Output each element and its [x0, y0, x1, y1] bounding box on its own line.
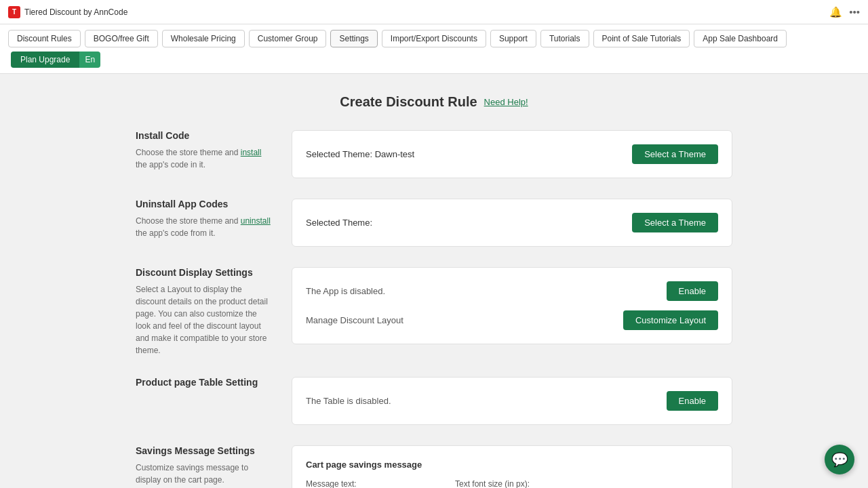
- nav-wholesale-pricing[interactable]: Wholesale Pricing: [162, 30, 245, 47]
- uninstall-link[interactable]: uninstall: [241, 216, 271, 226]
- uninstall-theme-row: Selected Theme: Select a Theme: [306, 213, 718, 232]
- install-select-theme-button[interactable]: Select a Theme: [632, 144, 718, 164]
- app-title: Tiered Discount by AnnCode: [24, 7, 127, 17]
- savings-message-left: Savings Message Settings Customize savin…: [136, 445, 271, 486]
- main-content: Create Discount Rule Need Help! Install …: [122, 74, 746, 488]
- uninstall-code-left: Uninstall App Codes Choose the store the…: [136, 199, 271, 239]
- nav-bogo-gift[interactable]: BOGO/free Gift: [85, 30, 158, 47]
- enable-table-button[interactable]: Enable: [667, 391, 718, 411]
- uninstall-theme-label: Selected Theme:: [306, 218, 372, 228]
- install-theme-label: Selected Theme: Dawn-test: [306, 149, 414, 159]
- page-title: Create Discount Rule: [340, 94, 477, 110]
- plan-upgrade-button[interactable]: Plan Upgrade: [11, 52, 79, 68]
- install-code-left: Install Code Choose the store theme and …: [136, 130, 271, 171]
- product-page-table-left: Product page Table Setting: [136, 377, 271, 393]
- uninstall-code-desc: Choose the store theme and uninstall the…: [136, 215, 271, 239]
- page-header: Create Discount Rule Need Help!: [136, 94, 732, 110]
- savings-message-panel: Cart page savings message Message text: …: [292, 445, 732, 488]
- top-bar: T Tiered Discount by AnnCode 🔔 •••: [0, 0, 868, 24]
- table-disabled-text: The Table is disabled.: [306, 396, 391, 406]
- install-link[interactable]: install: [241, 148, 262, 157]
- uninstall-code-section: Uninstall App Codes Choose the store the…: [136, 199, 732, 247]
- nav-app-sale-dashboard[interactable]: App Sale Dashboard: [694, 30, 787, 47]
- discount-display-left: Discount Display Settings Select a Layou…: [136, 267, 271, 357]
- nav-bar: Discount Rules BOGO/free Gift Wholesale …: [0, 24, 868, 74]
- customize-layout-button[interactable]: Customize Layout: [623, 310, 718, 330]
- discount-display-desc: Select a Layout to display the discount …: [136, 283, 271, 357]
- uninstall-selected-theme-prefix: Selected Theme:: [306, 218, 372, 228]
- nav-settings[interactable]: Settings: [330, 30, 377, 47]
- discount-display-section: Discount Display Settings Select a Layou…: [136, 267, 732, 357]
- app-title-bar: T Tiered Discount by AnnCode: [8, 6, 127, 18]
- nav-pos-tutorials[interactable]: Point of Sale Tutorials: [593, 30, 690, 47]
- savings-message-desc: Customize savings message to display on …: [136, 462, 271, 486]
- message-text-label: Message text:: [306, 479, 441, 488]
- manage-discount-label: Manage Discount Layout: [306, 315, 403, 325]
- install-code-panel: Selected Theme: Dawn-test Select a Theme: [292, 130, 732, 178]
- table-status-row: The Table is disabled. Enable: [306, 391, 718, 411]
- enable-app-button[interactable]: Enable: [667, 281, 718, 301]
- install-code-title: Install Code: [136, 130, 271, 141]
- message-text-field: Message text:: [306, 479, 441, 488]
- more-options-icon[interactable]: •••: [849, 6, 860, 18]
- install-selected-theme-prefix: Selected Theme:: [306, 149, 372, 159]
- product-page-table-section: Product page Table Setting The Table is …: [136, 377, 732, 425]
- discount-display-panel: The App is disabled. Enable Manage Disco…: [292, 267, 732, 344]
- app-status-row: The App is disabled. Enable: [306, 281, 718, 301]
- manage-discount-layout-row: Manage Discount Layout Customize Layout: [306, 310, 718, 330]
- nav-customer-group[interactable]: Customer Group: [249, 30, 327, 47]
- need-help-link[interactable]: Need Help!: [484, 97, 528, 107]
- uninstall-code-panel: Selected Theme: Select a Theme: [292, 199, 732, 247]
- cart-savings-title: Cart page savings message: [306, 460, 718, 470]
- install-theme-row: Selected Theme: Dawn-test Select a Theme: [306, 144, 718, 164]
- uninstall-select-theme-button[interactable]: Select a Theme: [632, 213, 718, 232]
- uninstall-code-title: Uninstall App Codes: [136, 199, 271, 209]
- plan-upgrade-group: Plan Upgrade En: [11, 52, 100, 68]
- chat-button[interactable]: 💬: [825, 445, 854, 474]
- savings-message-title: Savings Message Settings: [136, 445, 271, 456]
- nav-import-export[interactable]: Import/Export Discounts: [382, 30, 486, 47]
- install-code-section: Install Code Choose the store theme and …: [136, 130, 732, 178]
- product-page-table-title: Product page Table Setting: [136, 377, 271, 388]
- app-disabled-text: The App is disabled.: [306, 286, 385, 296]
- notification-bell-icon[interactable]: 🔔: [829, 6, 842, 18]
- font-size-field: Text font size (in px):: [455, 479, 530, 488]
- top-bar-actions: 🔔 •••: [829, 6, 860, 18]
- nav-support[interactable]: Support: [490, 30, 536, 47]
- font-size-label: Text font size (in px):: [455, 479, 530, 488]
- nav-discount-rules[interactable]: Discount Rules: [8, 30, 81, 47]
- savings-form-row: Message text: Text font size (in px):: [306, 479, 718, 488]
- install-code-desc: Choose the store theme and install the a…: [136, 146, 271, 171]
- install-theme-value: Dawn-test: [375, 149, 415, 159]
- app-logo-icon: T: [8, 6, 20, 18]
- nav-tutorials[interactable]: Tutorials: [540, 30, 589, 47]
- discount-display-title: Discount Display Settings: [136, 267, 271, 278]
- savings-message-section: Savings Message Settings Customize savin…: [136, 445, 732, 488]
- product-page-table-panel: The Table is disabled. Enable: [292, 377, 732, 425]
- chat-icon: 💬: [831, 451, 848, 468]
- language-selector[interactable]: En: [79, 52, 100, 68]
